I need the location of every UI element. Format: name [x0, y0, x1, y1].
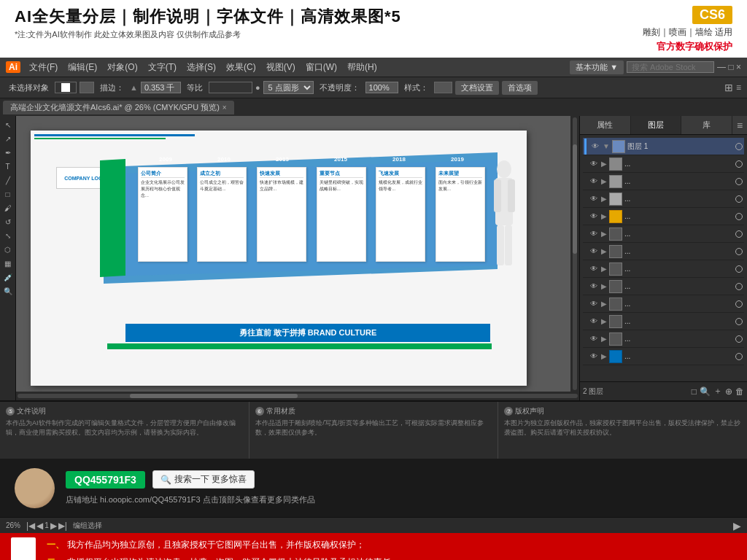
- nav-first-btn[interactable]: |◀: [26, 521, 35, 531]
- line-tool[interactable]: ╱: [2, 174, 14, 186]
- page-nav[interactable]: |◀ ◀ 1 ▶ ▶|: [26, 521, 67, 531]
- layer-circle-9[interactable]: [735, 283, 743, 290]
- layer-row-11[interactable]: 👁 ▶ ...: [583, 313, 744, 330]
- layer-eye-icon[interactable]: 👁: [590, 141, 600, 152]
- layer-target-circle[interactable]: [735, 143, 743, 150]
- layer-eye-12[interactable]: 👁: [589, 334, 599, 344]
- layer-eye-8[interactable]: 👁: [589, 264, 599, 274]
- layer-row-13[interactable]: 👁 ▶ ...: [583, 348, 744, 365]
- layer-row-6[interactable]: 👁 ▶ ...: [583, 225, 744, 243]
- shop-avatar[interactable]: [15, 468, 55, 508]
- h-scrollbar[interactable]: [16, 392, 579, 400]
- panel-menu-icon[interactable]: ≡: [732, 116, 747, 134]
- direct-select-tool[interactable]: ↗: [2, 133, 14, 144]
- layer-row-12[interactable]: 👁 ▶ ...: [583, 330, 744, 348]
- h-scroll-track[interactable]: [18, 394, 578, 398]
- layer-row-4[interactable]: 👁 ▶ ...: [583, 190, 744, 208]
- menu-view[interactable]: 视图(V): [262, 60, 300, 75]
- rotate-tool[interactable]: ↺: [2, 216, 14, 228]
- add-layer-btn[interactable]: ＋: [713, 385, 722, 397]
- stroke-swatch[interactable]: [80, 82, 94, 93]
- nav-prev-btn[interactable]: ◀: [36, 521, 43, 531]
- layer-arrow-8[interactable]: ▶: [601, 265, 607, 273]
- add-sublayer-btn[interactable]: ⊕: [725, 386, 732, 397]
- nav-next-btn[interactable]: ▶: [50, 521, 57, 531]
- scale-tool[interactable]: ⤡: [2, 230, 14, 241]
- layer-circle-10[interactable]: [735, 300, 743, 308]
- type-tool[interactable]: T: [2, 160, 14, 172]
- delete-layer-btn[interactable]: 🗑: [735, 386, 744, 397]
- layer-expand-arrow[interactable]: ▼: [603, 142, 610, 150]
- layer-arrow-12[interactable]: ▶: [601, 335, 607, 343]
- layer-circle-11[interactable]: [735, 318, 743, 325]
- layer-row-9[interactable]: 👁 ▶ ...: [583, 278, 744, 295]
- stroke-value-input[interactable]: [141, 82, 181, 93]
- layer-circle-3[interactable]: [735, 178, 743, 185]
- tab-layers[interactable]: 图层: [631, 116, 682, 134]
- layer-eye-9[interactable]: 👁: [589, 281, 599, 292]
- layer-eye-7[interactable]: 👁: [589, 246, 599, 257]
- layer-eye-3[interactable]: 👁: [589, 176, 599, 187]
- preferences-btn[interactable]: 首选项: [502, 81, 538, 95]
- layer-row-2[interactable]: 👁 ▶ ...: [583, 155, 744, 173]
- layer-eye-5[interactable]: 👁: [589, 211, 599, 222]
- doc-settings-btn[interactable]: 文档设置: [455, 81, 499, 95]
- menu-text[interactable]: 文字(T): [144, 60, 181, 75]
- grid-icon[interactable]: ⊞: [724, 82, 733, 93]
- pen-tool[interactable]: ✒: [2, 147, 14, 158]
- layer-eye-2[interactable]: 👁: [589, 159, 599, 169]
- layer-row-8[interactable]: 👁 ▶ ...: [583, 260, 744, 278]
- layer-circle-8[interactable]: [735, 265, 743, 273]
- fill-swatch[interactable]: [55, 82, 77, 93]
- window-controls[interactable]: — □ ×: [717, 62, 741, 72]
- shop-qq-label[interactable]: QQ455791F3: [66, 471, 145, 489]
- h-scroll-thumb[interactable]: [130, 394, 298, 398]
- ratio-control[interactable]: [209, 82, 252, 93]
- menu-icon[interactable]: ≡: [736, 82, 741, 93]
- document-tab[interactable]: 高端企业文化墙源文件AIcs6.ai* @ 26% (CMYK/GPU 预览) …: [3, 101, 234, 114]
- tab-properties[interactable]: 属性: [580, 116, 631, 134]
- layer-circle-4[interactable]: [735, 195, 743, 203]
- menu-window[interactable]: 窗口(W): [301, 60, 341, 75]
- tab-library[interactable]: 库: [681, 116, 732, 134]
- workspace-btn[interactable]: 基本功能 ▼: [570, 61, 624, 74]
- paintbrush-tool[interactable]: 🖌: [2, 202, 14, 214]
- layer-eye-11[interactable]: 👁: [589, 316, 599, 327]
- layer-row-main[interactable]: 👁 ▼ 图层 1: [583, 138, 744, 155]
- menu-select[interactable]: 选择(S): [182, 60, 220, 75]
- v-scroll-thumb[interactable]: [573, 144, 577, 254]
- shape-select[interactable]: 5 点圆形: [263, 81, 314, 94]
- canvas-area[interactable]: COMPANY LOGO 2009 2010: [16, 116, 570, 392]
- menu-help[interactable]: 帮助(H): [343, 60, 382, 75]
- layer-circle-7[interactable]: [735, 248, 743, 255]
- find-layer-btn[interactable]: 🔍: [700, 386, 711, 397]
- layer-circle-6[interactable]: [735, 230, 743, 238]
- shop-search-btn[interactable]: 🔍 搜索一下 更多惊喜: [152, 470, 255, 489]
- layer-arrow-6[interactable]: ▶: [601, 230, 607, 238]
- layer-row-3[interactable]: 👁 ▶ ...: [583, 173, 744, 190]
- layer-arrow-3[interactable]: ▶: [601, 177, 607, 185]
- blend-tool[interactable]: ⬡: [2, 244, 14, 255]
- layer-arrow-11[interactable]: ▶: [601, 317, 607, 325]
- opacity-input[interactable]: [365, 82, 398, 93]
- v-scroll-track[interactable]: [573, 117, 577, 390]
- tab-close-btn[interactable]: ×: [222, 104, 227, 112]
- layer-arrow-7[interactable]: ▶: [601, 247, 607, 255]
- layer-circle-12[interactable]: [735, 335, 743, 343]
- menu-edit[interactable]: 编辑(E): [63, 60, 101, 75]
- layer-eye-4[interactable]: 👁: [589, 194, 599, 204]
- layer-eye-10[interactable]: 👁: [589, 299, 599, 309]
- menu-effect[interactable]: 效果(C): [222, 60, 260, 75]
- layer-arrow-10[interactable]: ▶: [601, 300, 607, 308]
- layer-circle-2[interactable]: [735, 160, 743, 168]
- layer-circle-5[interactable]: [735, 213, 743, 220]
- style-swatch[interactable]: [434, 82, 452, 93]
- rect-tool[interactable]: □: [2, 188, 14, 200]
- nav-last-btn[interactable]: ▶|: [58, 521, 67, 531]
- layer-row-7[interactable]: 👁 ▶ ...: [583, 243, 744, 260]
- select-tool[interactable]: ↖: [2, 119, 14, 131]
- layer-row-5[interactable]: 👁 ▶ ...: [583, 208, 744, 225]
- layer-arrow-4[interactable]: ▶: [601, 195, 607, 203]
- layer-row-10[interactable]: 👁 ▶ ...: [583, 295, 744, 313]
- make-layer-btn[interactable]: □: [692, 386, 697, 397]
